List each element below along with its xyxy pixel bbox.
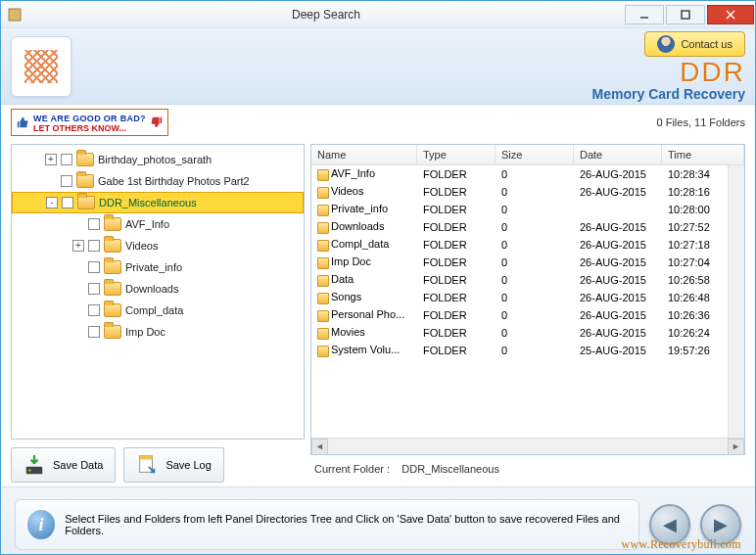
checkbox[interactable] [88,304,100,316]
tree-item-label: Gabe 1st Birthday Photos Part2 [98,175,250,187]
table-row[interactable]: System Volu...FOLDER025-AUG-201519:57:26 [311,342,728,359]
status-text: 0 Files, 11 Folders [657,116,745,128]
contact-us-button[interactable]: Contact us [644,31,745,57]
close-button[interactable] [707,5,754,24]
brand-title: DDR [592,59,745,86]
feedback-line2: LET OTHERS KNOW... [33,123,146,133]
folder-icon [104,325,121,339]
brand-subtitle: Memory Card Recovery [592,86,745,102]
scroll-right-button[interactable]: ► [728,439,744,455]
tree-item-label: Videos [125,240,158,252]
thumb-up-icon [16,116,29,129]
tree-item[interactable]: +Videos [12,235,304,256]
window-title: Deep Search [28,8,624,22]
minimize-button[interactable] [625,5,664,24]
checkbox[interactable] [61,175,72,187]
table-row[interactable]: MoviesFOLDER026-AUG-201510:26:24 [311,324,728,342]
file-list[interactable]: Name Type Size Date Time AVF_InfoFOLDER0… [310,144,745,455]
folder-icon [104,217,121,231]
checkbox[interactable] [88,261,100,273]
checkbox[interactable] [61,154,72,165]
tree-item[interactable]: Downloads [12,278,304,300]
hint-bar: i Select Files and Folders from left Pan… [15,499,639,550]
brand: DDR Memory Card Recovery [592,59,745,102]
app-icon [1,7,28,23]
tree-item-label: Downloads [125,283,178,295]
left-column: +Birthday_photos_sarathGabe 1st Birthday… [11,144,305,483]
main-panel: +Birthday_photos_sarathGabe 1st Birthday… [1,138,755,486]
folder-icon [317,257,329,269]
expander-spacer [45,175,57,187]
tree-item-label: AVF_Info [125,218,169,230]
right-column: Name Type Size Date Time AVF_InfoFOLDER0… [310,144,745,483]
save-log-icon [136,454,158,476]
folder-icon [317,240,329,252]
checkbox[interactable] [88,218,100,230]
tree-item[interactable]: Private_info [12,256,304,278]
thumb-down-icon [150,116,164,129]
table-row[interactable]: DownloadsFOLDER026-AUG-201510:27:52 [311,218,728,236]
collapse-icon[interactable]: - [46,197,58,208]
folder-icon [76,174,94,188]
horizontal-scrollbar[interactable]: ◄ ► [311,438,744,454]
app-logo [11,36,71,97]
save-data-icon [24,454,45,476]
checkbox[interactable] [88,326,100,338]
table-row[interactable]: Private_infoFOLDER010:28:00 [311,201,728,218]
folder-icon [76,153,94,166]
svg-rect-0 [9,9,21,21]
tree-item[interactable]: Imp Doc [12,321,304,343]
table-row[interactable]: AVF_InfoFOLDER026-AUG-201510:28:34 [311,165,728,183]
tree-item[interactable]: AVF_Info [12,213,304,235]
folder-icon [317,328,329,340]
table-row[interactable]: VideosFOLDER026-AUG-201510:28:16 [311,183,728,201]
tree-item-label: Compl_data [125,304,183,316]
tree-item-label: Imp Doc [125,326,165,338]
expand-icon[interactable]: + [72,240,84,252]
tree-item[interactable]: Gabe 1st Birthday Photos Part2 [12,170,304,192]
checkbox[interactable] [62,197,73,208]
vertical-scrollbar[interactable] [728,165,744,438]
folder-icon [317,310,329,322]
folder-icon [77,196,95,209]
feedback-line1: WE ARE GOOD OR BAD? [33,114,146,123]
col-time[interactable]: Time [662,145,744,164]
feedback-button[interactable]: WE ARE GOOD OR BAD? LET OTHERS KNOW... [11,109,168,136]
titlebar: Deep Search [1,1,755,28]
checkbox[interactable] [88,283,100,295]
scroll-left-button[interactable]: ◄ [311,439,328,455]
tree-item[interactable]: +Birthday_photos_sarath [12,149,304,170]
folder-icon [317,346,329,357]
folder-icon [104,303,121,317]
footer-url: www.Recoverybull.com [621,537,741,552]
table-row[interactable]: Compl_dataFOLDER026-AUG-201510:27:18 [311,236,728,254]
current-folder-value: DDR_Miscellaneous [402,463,499,475]
col-type[interactable]: Type [417,145,496,164]
directory-tree[interactable]: +Birthday_photos_sarathGabe 1st Birthday… [11,144,305,439]
table-row[interactable]: DataFOLDER026-AUG-201510:26:58 [311,271,728,289]
col-name[interactable]: Name [311,145,417,164]
table-row[interactable]: Personal Pho...FOLDER026-AUG-201510:26:3… [311,306,728,324]
folder-icon [317,205,329,216]
save-data-button[interactable]: Save Data [11,447,116,483]
folder-icon [317,187,329,199]
svg-rect-8 [140,456,153,460]
current-folder: Current Folder : DDR_Miscellaneous [310,455,745,483]
col-size[interactable]: Size [496,145,574,164]
tree-item-label: Birthday_photos_sarath [98,154,212,165]
expander-spacer [72,283,84,295]
folder-icon [104,260,121,274]
expander-spacer [72,304,84,316]
folder-icon [317,293,329,304]
tree-item[interactable]: Compl_data [12,300,304,321]
checkbox[interactable] [88,240,100,252]
tree-item-label: Private_info [125,261,182,273]
expand-icon[interactable]: + [45,154,57,165]
table-row[interactable]: Imp DocFOLDER026-AUG-201510:27:04 [311,254,728,271]
table-row[interactable]: SongsFOLDER026-AUG-201510:26:48 [311,289,728,306]
svg-point-6 [28,469,31,472]
tree-item[interactable]: -DDR_Miscellaneous [12,192,304,213]
maximize-button[interactable] [666,5,705,24]
col-date[interactable]: Date [574,145,662,164]
save-log-button[interactable]: Save Log [123,447,223,483]
